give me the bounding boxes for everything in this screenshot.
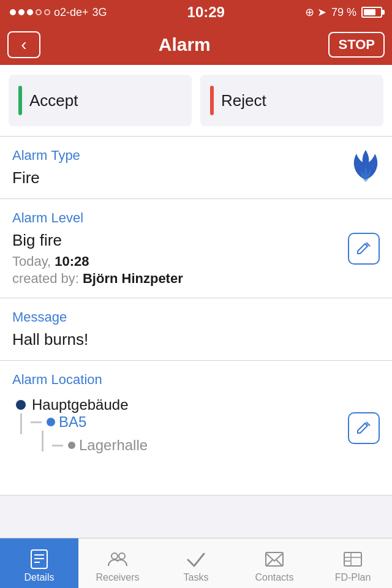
edit-icon-container[interactable] [348,233,380,265]
svg-line-8 [276,560,282,566]
action-row: Accept Reject [0,65,392,137]
alarm-creator-name: Björn Hinzpeter [83,271,183,286]
message-label: Message [12,309,380,325]
dot4 [36,9,42,15]
alarm-level-label: Alarm Level [12,210,380,226]
reject-button[interactable]: Reject [200,75,383,126]
tree-leaf-row: Lagerhalle [43,431,380,454]
alarm-time-prefix: Today, [12,254,55,269]
alarm-level-edit-btn[interactable] [348,233,380,265]
tab-details-label: Details [24,572,55,583]
fire-icon-container [352,149,380,187]
stop-button[interactable]: STOP [328,32,385,58]
tab-tasks-label: Tasks [184,572,209,583]
accept-label: Accept [29,91,78,110]
tree-label-branch: BA5 [59,413,86,431]
alarm-type-value: Fire [12,168,380,187]
signal-dots [10,9,50,15]
tab-receivers-label: Receivers [96,572,139,583]
location-icon: ⊕ ➤ [305,6,326,19]
status-left: o2-de+ 3G [10,6,107,19]
alarm-creator-prefix: created by: [12,271,83,286]
alarm-level-value: Big fire [12,231,380,250]
clock: 10:29 [187,4,225,21]
tasks-icon [186,549,206,570]
tab-contacts-label: Contacts [255,572,293,583]
tab-fdplan-label: FD-Plan [335,572,371,583]
tree-dot-leaf [68,442,75,449]
carrier-label: o2-de+ [54,6,89,19]
tree-dot-root [16,400,26,410]
network-label: 3G [92,6,107,19]
battery-fill [364,9,376,15]
alarm-location-edit-btn[interactable] [348,412,380,444]
alarm-type-label: Alarm Type [12,148,380,164]
message-value: Hall burns! [12,330,380,349]
svg-point-5 [119,553,125,559]
accept-indicator [18,86,22,115]
nav-title: Alarm [159,34,211,55]
h-connector2 [52,445,63,447]
tree-branch: BA5 [22,413,380,431]
location-tree: Hauptgebäude BA5 [12,396,380,454]
alarm-location-label: Alarm Location [12,372,380,388]
back-arrow-icon: ‹ [21,36,26,53]
dot2 [18,9,24,15]
tab-bar: Details Receivers Tasks Contacts [0,538,392,588]
svg-line-7 [266,560,273,566]
main-content: Accept Reject Alarm Type Fire Alarm Leve… [0,65,392,496]
status-bar: o2-de+ 3G 10:29 ⊕ ➤ 79 % [0,0,392,24]
svg-point-4 [111,553,118,559]
tab-details[interactable]: Details [0,538,78,588]
back-button[interactable]: ‹ [7,31,40,58]
reject-label: Reject [221,91,266,110]
alarm-creator: created by: Björn Hinzpeter [12,271,380,287]
reject-indicator [210,86,214,115]
battery-icon [361,7,382,18]
alarm-location-section: Alarm Location Hauptgebäude [0,361,392,496]
tree-subtree: BA5 Lagerhalle [22,413,380,454]
alarm-level-section: Alarm Level Big fire Today, 10:28 create… [0,199,392,298]
dot5 [44,9,50,15]
tab-receivers[interactable]: Receivers [78,538,157,588]
tree-label-leaf: Lagerhalle [79,437,148,454]
location-edit-icon-container[interactable] [348,412,380,444]
receivers-icon [107,549,128,570]
tree-label-root: Hauptgebäude [32,396,128,413]
svg-rect-9 [344,552,361,566]
alarm-type-section: Alarm Type Fire [0,137,392,199]
tree-branch-container: BA5 Lagerhalle [16,413,380,454]
tree-dot-branch [47,418,55,426]
tree-leaf-container: Lagerhalle [22,431,380,454]
fire-icon [352,149,380,184]
location-edit-icon [355,420,372,437]
tab-fdplan[interactable]: FD-Plan [314,538,392,588]
dot3 [27,9,33,15]
tree-leaf: Lagerhalle [43,431,380,454]
contacts-icon [264,549,285,570]
alarm-level-details: Today, 10:28 created by: Björn Hinzpeter [12,254,380,287]
tab-tasks[interactable]: Tasks [157,538,235,588]
accept-button[interactable]: Accept [9,75,192,126]
status-right: ⊕ ➤ 79 % [305,6,382,19]
alarm-time: Today, 10:28 [12,254,380,270]
edit-icon [355,240,372,257]
h-connector1 [31,421,42,423]
details-icon [29,549,50,570]
battery-label: 79 % [331,6,356,19]
dot1 [10,9,16,15]
alarm-time-value: 10:28 [55,254,89,269]
tree-root: Hauptgebäude [16,396,380,413]
nav-bar: ‹ Alarm STOP [0,24,392,65]
message-section: Message Hall burns! [0,298,392,361]
fdplan-icon [342,549,363,570]
tab-contacts[interactable]: Contacts [235,538,314,588]
